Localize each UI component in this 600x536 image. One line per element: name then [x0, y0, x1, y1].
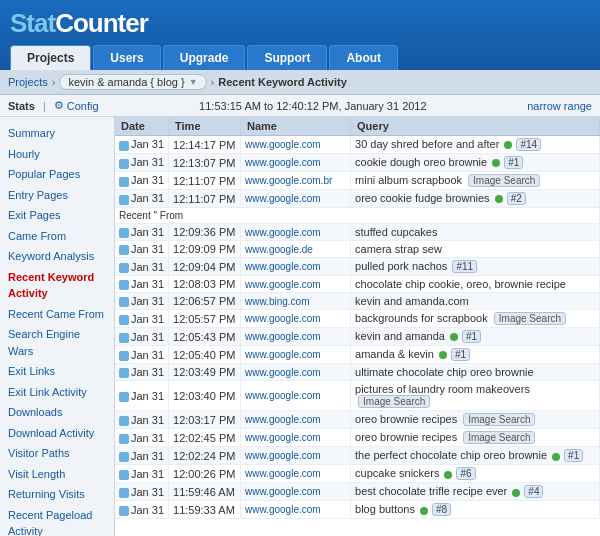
cell-query: kevin and amanda.com — [351, 293, 600, 310]
table-row: Jan 3112:11:07 PMwww.google.comShow an i… — [115, 190, 600, 208]
green-dot — [552, 453, 560, 461]
breadcrumb: Projects › kevin & amanda { blog } ▼ › R… — [0, 70, 600, 95]
cell-time: 12:09:04 PM — [169, 258, 241, 276]
sidebar-item-exit-links[interactable]: Exit Links — [0, 361, 114, 382]
sidebar-item-recent-pageload[interactable]: Recent Pageload Activity — [0, 505, 114, 537]
table-row: Jan 3112:05:57 PMwww.google.combackgroun… — [115, 310, 600, 328]
image-search-badge: Image Search — [358, 395, 430, 408]
table-row: Jan 3112:08:03 PMwww.google.comchocolate… — [115, 276, 600, 293]
table-row: Jan 3112:09:36 PMwww.google.comstuffed c… — [115, 224, 600, 241]
cell-date: Jan 31 — [115, 310, 169, 328]
tab-projects[interactable]: Projects — [10, 45, 91, 70]
breadcrumb-project[interactable]: kevin & amanda { blog } ▼ — [59, 74, 206, 90]
tab-users[interactable]: Users — [93, 45, 160, 70]
cell-name: www.google.com — [241, 411, 351, 429]
config-link[interactable]: ⚙ Config — [54, 99, 99, 112]
table-row: Jan 3112:05:40 PMwww.google.comamanda & … — [115, 346, 600, 364]
sidebar-item-keyword-analysis[interactable]: Keyword Analysis — [0, 246, 114, 267]
stats-bar: Stats | ⚙ Config 11:53:15 AM to 12:40:12… — [0, 95, 600, 117]
cell-name: www.google.com.br — [241, 172, 351, 190]
cell-name: www.google.com — [241, 328, 351, 346]
num-badge: #1 — [451, 348, 470, 361]
main-layout: Summary Hourly Popular Pages Entry Pages… — [0, 117, 600, 536]
sidebar-item-returning-visits[interactable]: Returning Visits — [0, 484, 114, 505]
cell-query: pulled pork nachos #11 — [351, 258, 600, 276]
sidebar-item-exit-link-activity[interactable]: Exit Link Activity — [0, 382, 114, 403]
sidebar-item-exit-pages[interactable]: Exit Pages — [0, 205, 114, 226]
breadcrumb-dropdown-arrow: ▼ — [189, 77, 198, 87]
sidebar-item-downloads[interactable]: Downloads — [0, 402, 114, 423]
cell-date: Jan 31 — [115, 154, 169, 172]
cell-time: 11:59:33 AM — [169, 501, 241, 519]
sidebar-item-recent-keyword[interactable]: Recent Keyword Activity — [0, 267, 114, 304]
nav-tabs: Projects Users Upgrade Support About — [10, 45, 590, 70]
sidebar-item-download-activity[interactable]: Download Activity — [0, 423, 114, 444]
cell-date: Jan 31 — [115, 465, 169, 483]
time-range: 11:53:15 AM to 12:40:12 PM, January 31 2… — [107, 100, 520, 112]
cell-date: Jan 31 — [115, 293, 169, 310]
cell-name: www.google.com — [241, 465, 351, 483]
cell-name: www.google.comShow an in-depth report on… — [241, 190, 351, 208]
cell-query: blog buttons #8 — [351, 501, 600, 519]
cell-date: Jan 31 — [115, 328, 169, 346]
table-row: Jan 3112:09:04 PMwww.google.compulled po… — [115, 258, 600, 276]
search-icon — [119, 434, 129, 444]
cell-time: 12:06:57 PM — [169, 293, 241, 310]
cell-name: www.google.com — [241, 364, 351, 381]
table-row: Jan 3112:02:45 PMwww.google.comoreo brow… — [115, 429, 600, 447]
num-badge: #4 — [524, 485, 543, 498]
cell-name: www.google.de — [241, 241, 351, 258]
cell-date: Jan 31 — [115, 136, 169, 154]
search-icon — [119, 297, 129, 307]
cell-time: 12:02:24 PM — [169, 447, 241, 465]
cell-query: backgrounds for scrapbook Image Search — [351, 310, 600, 328]
recent-from-row: Recent " From — [115, 208, 600, 224]
green-dot — [420, 507, 428, 515]
cell-date: Jan 31 — [115, 381, 169, 411]
cell-date: Jan 31 — [115, 224, 169, 241]
cell-name: www.google.com — [241, 483, 351, 501]
num-badge: #2 — [507, 192, 526, 205]
narrow-range-link[interactable]: narrow range — [527, 100, 592, 112]
image-search-badge: Image Search — [468, 174, 540, 187]
tab-support[interactable]: Support — [247, 45, 327, 70]
cell-name: www.google.com — [241, 346, 351, 364]
sidebar-item-visitor-paths[interactable]: Visitor Paths — [0, 443, 114, 464]
sidebar-item-visit-length[interactable]: Visit Length — [0, 464, 114, 485]
sidebar-item-came-from[interactable]: Came From — [0, 226, 114, 247]
search-icon — [119, 245, 129, 255]
cell-date: Jan 31 — [115, 483, 169, 501]
cell-time: 12:02:45 PM — [169, 429, 241, 447]
num-badge: #11 — [452, 260, 477, 273]
tab-about[interactable]: About — [329, 45, 398, 70]
search-icon — [119, 177, 129, 187]
logo-stat: Stat — [10, 8, 55, 38]
table-row: Jan 3112:13:07 PMwww.google.comcookie do… — [115, 154, 600, 172]
search-icon — [119, 392, 129, 402]
config-label: Config — [67, 100, 99, 112]
tab-upgrade[interactable]: Upgrade — [163, 45, 246, 70]
table-row: Jan 3112:06:57 PMwww.bing.comkevin and a… — [115, 293, 600, 310]
cell-name: www.google.com — [241, 224, 351, 241]
sidebar-item-hourly[interactable]: Hourly — [0, 144, 114, 165]
breadcrumb-projects[interactable]: Projects — [8, 76, 48, 88]
sidebar-item-recent-came-from[interactable]: Recent Came From — [0, 304, 114, 325]
green-dot — [512, 489, 520, 497]
cell-time: 11:59:46 AM — [169, 483, 241, 501]
cell-date: Jan 31 — [115, 241, 169, 258]
cell-query: oreo brownie recipes Image Search — [351, 411, 600, 429]
cell-query: chocolate chip cookie, oreo, brownie rec… — [351, 276, 600, 293]
cell-query: stuffed cupcakes — [351, 224, 600, 241]
image-search-badge: Image Search — [463, 431, 535, 444]
sidebar-item-summary[interactable]: Summary — [0, 123, 114, 144]
search-icon — [119, 506, 129, 516]
num-badge: #1 — [462, 330, 481, 343]
search-icon — [119, 280, 129, 290]
search-icon — [119, 315, 129, 325]
breadcrumb-arrow-2: › — [211, 76, 215, 88]
cell-name: www.bing.com — [241, 293, 351, 310]
sidebar-item-popular-pages[interactable]: Popular Pages — [0, 164, 114, 185]
sidebar-item-search-engine[interactable]: Search Engine Wars — [0, 324, 114, 361]
search-icon — [119, 368, 129, 378]
sidebar-item-entry-pages[interactable]: Entry Pages — [0, 185, 114, 206]
